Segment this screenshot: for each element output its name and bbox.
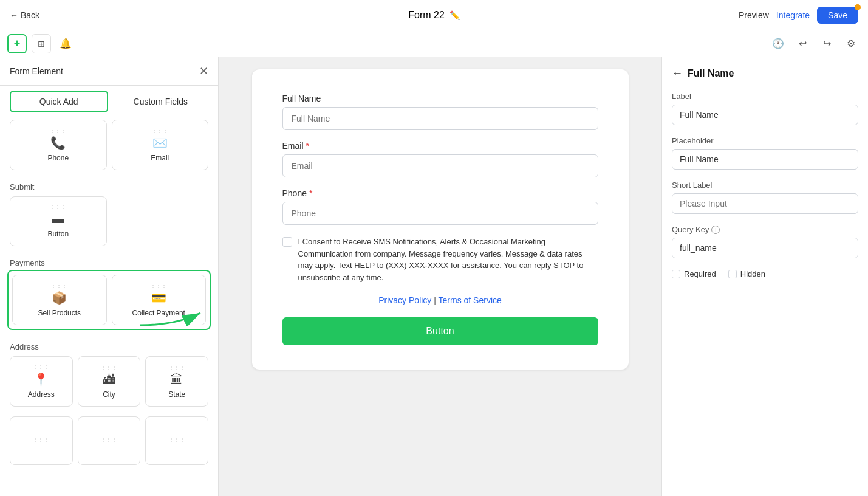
submit-items-grid: ⋮⋮⋮ ▬ Button [0,194,218,253]
full-name-input[interactable] [282,107,598,130]
full-name-label: Full Name [282,94,598,103]
email-field: Email * [282,141,598,177]
state-dots: ⋮⋮⋮ [169,365,185,370]
tab-custom-fields[interactable]: Custom Fields [113,91,209,112]
privacy-policy-link[interactable]: Privacy Policy [378,295,431,305]
iconbar: + ⊞ 🔔 🕐 ↩ ↪ ⚙ [0,30,868,57]
state-item[interactable]: ⋮⋮⋮ 🏛 State [145,356,208,407]
extra-1-dots: ⋮⋮⋮ [33,437,49,443]
sidebar: Form Element ✕ Quick Add Custom Fields ⋮… [0,57,219,496]
hidden-checkbox-item: Hidden [728,269,765,278]
topbar: ← Back Form 22 ✏️ Preview Integrate Save [0,0,868,30]
payments-inner-grid: ⋮⋮⋮ 📦 Sell Products ⋮⋮⋮ 💳 Collect Paymen… [12,275,206,325]
email-icon: ✉️ [152,136,168,150]
form-title: Form 22 [408,10,445,21]
topbar-right: Preview Integrate Save [739,7,858,24]
back-button[interactable]: ← Back [10,10,39,20]
iconbar-right: 🕐 ↩ ↪ ⚙ [768,34,861,53]
address-dots: ⋮⋮⋮ [33,364,49,370]
state-label: State [168,390,185,399]
address-item[interactable]: ⋮⋮⋮ 📍 Address [10,356,73,407]
iconbar-left: + ⊞ 🔔 [7,34,75,53]
checkboxes-row: Required Hidden [672,269,858,278]
sell-products-label: Sell Products [38,309,81,317]
short-label-input[interactable] [672,193,858,214]
short-label-field-label: Short Label [672,181,858,190]
save-button[interactable]: Save [817,7,858,24]
address-items-grid: ⋮⋮⋮ 📍 Address ⋮⋮⋮ 🏙 City ⋮⋮⋮ 🏛 State [0,354,218,414]
phone-dots: ⋮⋮⋮ [50,128,66,133]
sms-consent-text: I Consent to Receive SMS Notifications, … [298,236,598,283]
button-icon: ▬ [52,212,64,226]
right-panel: ← Full Name Label Placeholder Short Labe… [661,57,868,496]
add-element-button[interactable]: + [7,34,27,53]
terms-link[interactable]: Terms of Service [439,295,502,305]
placeholder-field-label: Placeholder [672,136,858,145]
edit-icon[interactable]: ✏️ [449,10,460,20]
history-button[interactable]: 🕐 [768,34,788,53]
sidebar-tabs: Quick Add Custom Fields [0,86,218,117]
save-badge [855,4,861,10]
collect-payment-dots: ⋮⋮⋮ [151,283,167,288]
right-panel-back-button[interactable]: ← [672,67,683,80]
payments-selected-container: ⋮⋮⋮ 📦 Sell Products ⋮⋮⋮ 💳 Collect Paymen… [7,270,211,330]
address-label: Address [28,390,55,399]
phone-input[interactable] [282,202,598,225]
redo-button[interactable]: ↪ [817,34,836,53]
email-required-star: * [306,141,309,151]
sell-products-dots: ⋮⋮⋮ [51,283,67,288]
sms-consent-checkbox[interactable] [282,237,292,247]
preview-button[interactable]: Preview [739,10,769,20]
right-panel-header: ← Full Name [672,67,858,80]
placeholder-input[interactable] [672,149,858,170]
extra-item-1[interactable]: ⋮⋮⋮ [10,416,73,465]
collect-payment-item[interactable]: ⋮⋮⋮ 💳 Collect Payment [112,275,207,325]
pipe-separator: | [434,295,436,305]
collect-payment-label: Collect Payment [132,309,185,317]
city-label: City [103,390,115,399]
phone-required-star: * [309,188,312,198]
sell-products-item[interactable]: ⋮⋮⋮ 📦 Sell Products [12,275,107,325]
tab-quick-add[interactable]: Quick Add [10,91,108,112]
required-checkbox-item: Required [672,269,716,278]
notification-button[interactable]: 🔔 [56,34,75,53]
sms-consent-row: I Consent to Receive SMS Notifications, … [282,236,598,283]
submit-button[interactable]: Button [282,317,598,345]
submit-section-label: Submit [0,177,218,194]
collect-payment-icon: 💳 [151,291,166,305]
label-input[interactable] [672,105,858,125]
extra-3-dots: ⋮⋮⋮ [169,437,185,443]
phone-label: Phone [47,154,69,162]
email-input[interactable] [282,154,598,177]
extra-item-3[interactable]: ⋮⋮⋮ [145,416,208,465]
close-sidebar-button[interactable]: ✕ [199,64,208,78]
right-panel-title: Full Name [688,68,734,79]
email-label: Email [151,154,169,162]
hidden-label: Hidden [740,269,765,278]
query-key-input[interactable] [672,238,858,258]
grid-view-button[interactable]: ⊞ [32,34,51,53]
integrate-button[interactable]: Integrate [776,10,810,20]
extra-item-2[interactable]: ⋮⋮⋮ [78,416,141,465]
label-field-label: Label [672,92,858,101]
query-key-info-icon[interactable]: i [711,226,720,234]
query-key-label: Query Key [672,225,709,234]
required-checkbox[interactable] [672,270,680,278]
full-name-field: Full Name [282,94,598,130]
phone-item[interactable]: ⋮⋮⋮ 📞 Phone [10,120,107,170]
email-dots: ⋮⋮⋮ [152,128,168,133]
sidebar-title: Form Element [10,66,63,76]
settings-button[interactable]: ⚙ [841,34,861,53]
form-canvas: Full Name Email * Phone * [219,57,661,496]
email-item[interactable]: ⋮⋮⋮ ✉️ Email [112,120,209,170]
undo-button[interactable]: ↩ [793,34,812,53]
city-item[interactable]: ⋮⋮⋮ 🏙 City [78,356,141,407]
required-label: Required [684,269,716,278]
links-row: Privacy Policy | Terms of Service [282,295,598,305]
contact-items-grid: ⋮⋮⋮ 📞 Phone ⋮⋮⋮ ✉️ Email [0,117,218,177]
label-field-group: Label [672,92,858,125]
button-item[interactable]: ⋮⋮⋮ ▬ Button [10,196,107,246]
address-section-label: Address [0,337,218,354]
sidebar-header: Form Element ✕ [0,57,218,86]
hidden-checkbox[interactable] [728,270,737,278]
